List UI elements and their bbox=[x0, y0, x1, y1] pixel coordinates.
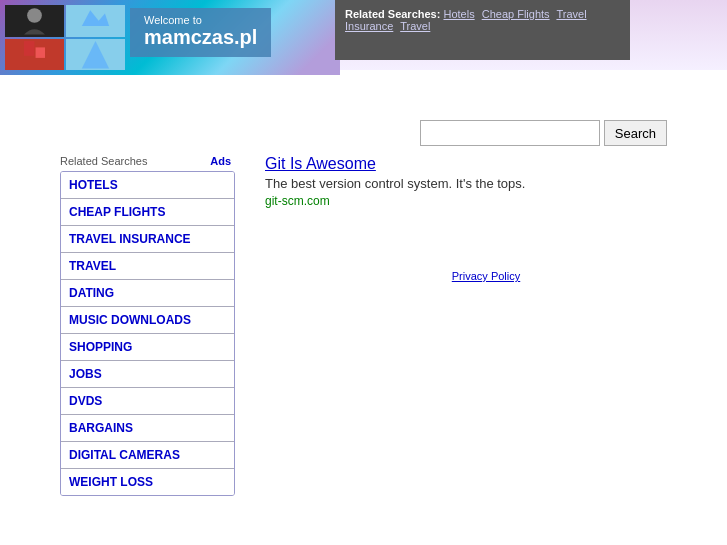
main-content: Related Searches Ads HOTELS CHEAP FLIGHT… bbox=[0, 145, 727, 506]
sidebar-header: Related Searches Ads bbox=[60, 155, 235, 167]
header-banner: Welcome to mamczas.pl bbox=[0, 0, 340, 75]
header-rs-hotels[interactable]: Hotels bbox=[443, 8, 474, 20]
sidebar-item-travel-insurance[interactable]: TRAVEL INSURANCE bbox=[61, 226, 234, 253]
domain-name: mamczas.pl bbox=[144, 26, 257, 49]
search-input[interactable] bbox=[420, 120, 600, 146]
svg-rect-2 bbox=[36, 47, 45, 58]
sidebar-item-digital-cameras[interactable]: DIGITAL CAMERAS bbox=[61, 442, 234, 469]
logo-grid bbox=[5, 5, 125, 70]
sidebar-item-music-downloads[interactable]: MUSIC DOWNLOADS bbox=[61, 307, 234, 334]
banner-background: Welcome to mamczas.pl bbox=[0, 0, 340, 75]
sidebar-item-weight-loss[interactable]: WEIGHT LOSS bbox=[61, 469, 234, 495]
header-rs-label: Related Searches: bbox=[345, 8, 440, 20]
ad-result: Git Is Awesome The best version control … bbox=[265, 155, 707, 208]
sidebar-list: HOTELS CHEAP FLIGHTS TRAVEL INSURANCE TR… bbox=[60, 171, 235, 496]
sidebar-item-shopping[interactable]: SHOPPING bbox=[61, 334, 234, 361]
ad-description: The best version control system. It's th… bbox=[265, 176, 707, 191]
svg-point-0 bbox=[27, 8, 42, 23]
sidebar-item-cheap-flights[interactable]: CHEAP FLIGHTS bbox=[61, 199, 234, 226]
full-header: Welcome to mamczas.pl Related Searches: … bbox=[0, 0, 727, 145]
search-bar: Search bbox=[420, 120, 667, 146]
logo-cell-2 bbox=[66, 5, 125, 37]
sidebar-item-hotels[interactable]: HOTELS bbox=[61, 172, 234, 199]
search-button[interactable]: Search bbox=[604, 120, 667, 146]
sidebar-item-jobs[interactable]: JOBS bbox=[61, 361, 234, 388]
left-sidebar: Related Searches Ads HOTELS CHEAP FLIGHT… bbox=[60, 155, 235, 496]
right-content: Git Is Awesome The best version control … bbox=[235, 155, 727, 496]
sidebar-item-dating[interactable]: DATING bbox=[61, 280, 234, 307]
header-rs-cheap-flights[interactable]: Cheap Flights bbox=[482, 8, 550, 20]
ad-title-link[interactable]: Git Is Awesome bbox=[265, 155, 376, 172]
logo-cell-4 bbox=[66, 39, 125, 71]
welcome-text: Welcome to bbox=[144, 14, 257, 26]
logo-cell-1 bbox=[5, 5, 64, 37]
sidebar-label: Related Searches bbox=[60, 155, 147, 167]
privacy-policy-area: Privacy Policy bbox=[265, 268, 707, 283]
privacy-policy-link[interactable]: Privacy Policy bbox=[452, 270, 520, 282]
ad-title: Git Is Awesome bbox=[265, 155, 707, 173]
logo-cell-3 bbox=[5, 39, 64, 71]
header-wrapper: Welcome to mamczas.pl Related Searches: … bbox=[0, 0, 727, 145]
svg-rect-1 bbox=[24, 41, 35, 56]
sidebar-ads-label: Ads bbox=[210, 155, 231, 167]
sidebar-item-bargains[interactable]: BARGAINS bbox=[61, 415, 234, 442]
ad-url: git-scm.com bbox=[265, 194, 707, 208]
sidebar-item-travel[interactable]: TRAVEL bbox=[61, 253, 234, 280]
sidebar-item-dvds[interactable]: DVDS bbox=[61, 388, 234, 415]
svg-marker-3 bbox=[82, 41, 109, 68]
header-related-searches: Related Searches: Hotels Cheap Flights T… bbox=[335, 0, 630, 60]
banner-title-box: Welcome to mamczas.pl bbox=[130, 8, 271, 57]
header-rs-travel[interactable]: Travel bbox=[400, 20, 430, 32]
